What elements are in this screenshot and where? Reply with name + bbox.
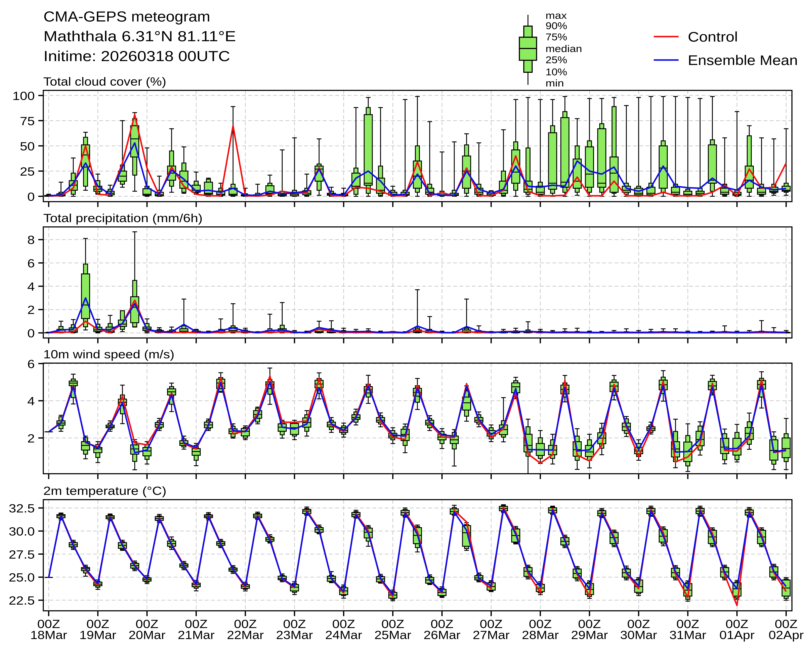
svg-text:50: 50 [20, 140, 35, 153]
svg-text:2m temperature (°C): 2m temperature (°C) [43, 484, 166, 497]
svg-text:23Mar: 23Mar [276, 628, 313, 641]
svg-text:CMA-GEPS meteogram: CMA-GEPS meteogram [43, 8, 210, 24]
svg-text:90%: 90% [545, 20, 567, 31]
svg-text:Control: Control [688, 29, 738, 44]
svg-text:median: median [545, 43, 582, 54]
svg-text:4: 4 [27, 395, 35, 408]
svg-text:30Mar: 30Mar [620, 628, 657, 641]
svg-text:25%: 25% [545, 54, 567, 65]
svg-text:75%: 75% [545, 31, 567, 43]
svg-text:20Mar: 20Mar [129, 628, 165, 641]
svg-text:4: 4 [27, 280, 35, 293]
svg-text:27.5: 27.5 [9, 548, 35, 561]
svg-text:21Mar: 21Mar [178, 628, 215, 641]
svg-text:01Apr: 01Apr [719, 628, 754, 641]
svg-text:26Mar: 26Mar [423, 628, 460, 641]
svg-text:min: min [545, 78, 564, 89]
svg-text:18Mar: 18Mar [30, 628, 67, 641]
svg-text:10m wind speed (m/s): 10m wind speed (m/s) [43, 347, 174, 361]
svg-text:22Mar: 22Mar [227, 628, 264, 641]
svg-text:02Apr: 02Apr [769, 628, 804, 641]
svg-text:Initime: 20260318 00UTC: Initime: 20260318 00UTC [43, 48, 230, 64]
svg-text:2: 2 [27, 432, 35, 445]
svg-text:Total cloud cover (%): Total cloud cover (%) [43, 75, 166, 88]
svg-text:8: 8 [27, 233, 35, 246]
svg-text:25: 25 [20, 165, 35, 178]
svg-text:Total precipitation (mm/6h): Total precipitation (mm/6h) [43, 211, 203, 225]
svg-text:24Mar: 24Mar [325, 628, 362, 641]
svg-text:22.5: 22.5 [9, 594, 35, 607]
svg-text:0: 0 [27, 190, 35, 203]
svg-text:Maththala 6.31°N 81.11°E: Maththala 6.31°N 81.11°E [43, 28, 236, 44]
svg-text:10%: 10% [545, 66, 567, 77]
svg-text:29Mar: 29Mar [571, 628, 608, 641]
svg-text:19Mar: 19Mar [79, 628, 116, 641]
svg-text:Ensemble Mean: Ensemble Mean [688, 52, 798, 68]
svg-text:32.5: 32.5 [9, 502, 35, 515]
svg-text:100: 100 [12, 89, 35, 103]
svg-text:25Mar: 25Mar [374, 628, 411, 641]
svg-text:0: 0 [27, 327, 35, 340]
svg-text:2: 2 [27, 303, 35, 317]
svg-text:27Mar: 27Mar [473, 628, 510, 641]
svg-text:28Mar: 28Mar [522, 628, 559, 641]
svg-text:31Mar: 31Mar [669, 628, 706, 641]
svg-text:6: 6 [27, 357, 35, 370]
svg-text:6: 6 [27, 257, 35, 270]
svg-text:75: 75 [20, 115, 35, 128]
svg-text:max: max [545, 10, 567, 21]
svg-text:25.0: 25.0 [9, 571, 35, 584]
svg-text:30.0: 30.0 [9, 525, 35, 538]
